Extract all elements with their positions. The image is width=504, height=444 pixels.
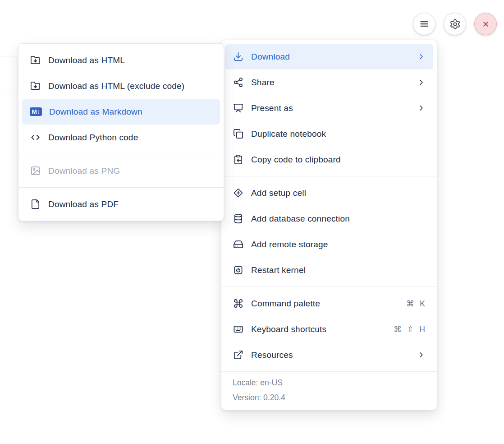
- keyboard-shortcut-hint: ⌘ K: [406, 299, 425, 309]
- markdown-icon: M↓: [30, 106, 42, 117]
- menu-item-download-as-pdf[interactable]: Download as PDF: [22, 191, 220, 217]
- menu-item-duplicate-notebook[interactable]: Duplicate notebook: [225, 121, 433, 147]
- menu-item-resources[interactable]: Resources: [225, 342, 433, 368]
- background-rule: [0, 89, 18, 89]
- markdown-badge: M↓: [30, 107, 42, 116]
- notebook-menu-panel: Download Share: [221, 40, 437, 410]
- menu-group-help: Command palette ⌘ K Keyboard shortcuts ⌘…: [221, 287, 437, 371]
- app-canvas: Download Share: [0, 0, 504, 444]
- background-rule: [0, 56, 18, 56]
- menu-item-label: Download as Markdown: [49, 107, 212, 117]
- gear-icon: [449, 18, 461, 30]
- version-text: Version: 0.20.4: [221, 390, 437, 405]
- menu-item-add-remote-storage[interactable]: Add remote storage: [225, 231, 433, 257]
- submenu-group-png: Download as PNG: [18, 154, 224, 187]
- menu-item-label: Present as: [251, 103, 410, 113]
- menu-item-label: Restart kernel: [251, 265, 425, 275]
- notebook-menu-button[interactable]: [413, 13, 435, 35]
- chevron-right-icon: [417, 351, 425, 359]
- menu-item-download-python-code[interactable]: Download Python code: [22, 125, 220, 150]
- download-icon: [233, 51, 244, 62]
- download-submenu-panel: Download as HTML Download as HTML (exclu…: [18, 43, 224, 221]
- menu-item-download-as-html[interactable]: Download as HTML: [22, 47, 220, 73]
- menu-item-label: Add remote storage: [251, 240, 425, 250]
- database-icon: [233, 213, 244, 224]
- menu-item-share[interactable]: Share: [225, 69, 433, 95]
- menu-item-add-setup-cell[interactable]: Add setup cell: [225, 180, 433, 206]
- menu-group-kernel-actions: Add setup cell Add database connection: [221, 176, 437, 287]
- menu-item-download-as-png[interactable]: Download as PNG: [22, 158, 220, 184]
- keyboard-shortcut-hint: ⌘ ⇧ H: [394, 324, 425, 334]
- menu-item-copy-code[interactable]: Copy code to clipboard: [225, 147, 433, 172]
- close-button[interactable]: [474, 13, 497, 35]
- image-icon: [30, 165, 41, 176]
- menu-item-present-as[interactable]: Present as: [225, 95, 433, 121]
- submenu-group-documents: Download as HTML Download as HTML (exclu…: [18, 44, 224, 154]
- menu-item-add-database-connection[interactable]: Add database connection: [225, 206, 433, 231]
- menu-item-label: Download: [251, 52, 410, 62]
- menu-item-label: Download Python code: [48, 133, 212, 143]
- external-link-icon: [233, 349, 244, 361]
- folder-down-icon: [30, 80, 41, 92]
- menu-item-label: Resources: [251, 350, 410, 360]
- close-icon: [481, 19, 491, 29]
- menu-group-notebook-actions: Download Share: [221, 40, 437, 176]
- menu-item-label: Download as HTML (exclude code): [48, 81, 212, 91]
- menu-item-label: Duplicate notebook: [251, 129, 425, 139]
- chevron-right-icon: [417, 104, 425, 112]
- menu-item-label: Add setup cell: [251, 188, 425, 198]
- menu-item-command-palette[interactable]: Command palette ⌘ K: [225, 291, 433, 316]
- menu-item-label: Copy code to clipboard: [251, 155, 425, 165]
- menu-item-label: Download as PDF: [48, 199, 212, 209]
- share-icon: [233, 77, 244, 88]
- diamond-plus-icon: [233, 187, 244, 199]
- chevron-right-icon: [417, 53, 425, 60]
- menu-item-label: Keyboard shortcuts: [251, 324, 386, 334]
- file-icon: [30, 199, 41, 210]
- menu-item-restart-kernel[interactable]: Restart kernel: [225, 257, 433, 283]
- menu-item-download-as-markdown[interactable]: M↓ Download as Markdown: [22, 99, 220, 125]
- code-icon: [30, 132, 41, 143]
- menu-item-label: Share: [251, 78, 410, 88]
- presentation-icon: [233, 102, 244, 114]
- keyboard-icon: [233, 324, 244, 335]
- duplicate-icon: [233, 128, 244, 139]
- menu-item-download-as-html-exclude-code[interactable]: Download as HTML (exclude code): [22, 73, 220, 99]
- menu-item-label: Download as HTML: [48, 56, 212, 65]
- menu-footer: Locale: en-US Version: 0.20.4: [221, 372, 437, 410]
- menu-item-label: Command palette: [251, 299, 399, 309]
- menu-item-label: Download as PNG: [48, 166, 212, 176]
- command-icon: [233, 298, 244, 309]
- menu-item-keyboard-shortcuts[interactable]: Keyboard shortcuts ⌘ ⇧ H: [225, 316, 433, 342]
- folder-down-icon: [30, 55, 41, 66]
- locale-text: Locale: en-US: [221, 375, 437, 390]
- power-icon: [233, 264, 244, 276]
- menu-item-label: Add database connection: [251, 214, 425, 224]
- clipboard-copy-icon: [233, 154, 244, 165]
- menu-item-download[interactable]: Download: [225, 44, 433, 69]
- submenu-group-pdf: Download as PDF: [18, 188, 224, 221]
- chevron-right-icon: [417, 79, 425, 86]
- hard-drive-icon: [233, 239, 244, 250]
- settings-button[interactable]: [444, 13, 466, 35]
- hamburger-icon: [418, 18, 430, 30]
